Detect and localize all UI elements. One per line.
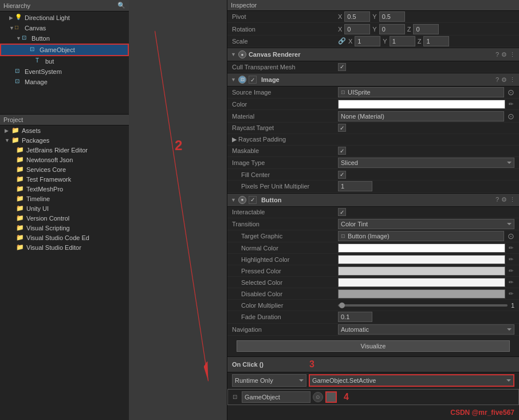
normal-color-swatch[interactable] (338, 244, 505, 253)
button-section-icon: ● (238, 196, 246, 204)
disabled-color-edit[interactable]: ✏ (508, 291, 514, 297)
source-image-icon: ⊡ (341, 89, 345, 95)
normal-color-edit[interactable]: ✏ (508, 245, 514, 251)
inspector-panel: Inspector Pivot X Y Rotation X Y Z Scale… (227, 0, 519, 420)
pivot-y-label: Y (372, 13, 376, 20)
more-icon[interactable]: ⋮ (509, 76, 516, 84)
material-value: None (Material) (341, 113, 384, 120)
expand-arrow: ▶ (5, 128, 11, 134)
hierarchy-item-gameobject[interactable]: ⊡ GameObject (0, 44, 129, 56)
fade-duration-input[interactable] (338, 312, 372, 322)
interactable-checkbox[interactable] (338, 208, 346, 216)
more-icon[interactable]: ⋮ (509, 51, 516, 58)
go-circle-button[interactable]: ⊙ (313, 392, 323, 402)
maskable-checkbox[interactable] (338, 147, 346, 155)
color-multiplier-slider[interactable] (338, 304, 508, 307)
selected-color-edit[interactable]: ✏ (508, 279, 514, 285)
pressed-color-swatch[interactable] (338, 266, 505, 276)
project-item-packages[interactable]: ▼ 📁 Packages (0, 135, 129, 145)
settings-icon[interactable]: ⚙ (501, 76, 507, 84)
annotation-number-4: 4 (344, 392, 349, 402)
project-item-unity-ui[interactable]: 📁 Unity UI (0, 203, 129, 213)
scale-z-input[interactable] (423, 36, 449, 46)
highlighted-color-edit[interactable]: ✏ (508, 256, 514, 262)
selected-color-label: Selected Color (232, 279, 338, 286)
settings-icon[interactable]: ⚙ (501, 51, 507, 58)
hierarchy-item-but[interactable]: T but (0, 56, 129, 66)
go-object-field[interactable]: GameObject (242, 391, 310, 403)
disabled-color-swatch[interactable] (338, 289, 505, 299)
help-icon[interactable]: ? (496, 51, 499, 58)
project-item-vscode[interactable]: 📁 Visual Studio Code Ed (0, 233, 129, 242)
rotation-x-input[interactable] (344, 24, 370, 34)
folder-icon: 📁 (16, 185, 24, 193)
function-dropdown[interactable]: GameObject.SetActive (309, 374, 514, 387)
material-field[interactable]: None (Material) (338, 111, 504, 121)
project-item-textmeshpro[interactable]: 📁 TextMeshPro (0, 184, 129, 194)
image-type-dropdown[interactable]: Sliced (338, 158, 514, 168)
pivot-x-input[interactable] (344, 11, 370, 22)
hierarchy-item-canvas[interactable]: ▼ □ Canvas (0, 23, 129, 33)
scale-x-input[interactable] (355, 36, 380, 46)
navigation-dropdown[interactable]: Automatic (338, 324, 514, 335)
pixels-per-unit-input[interactable] (338, 181, 372, 191)
manage-icon: ⊡ (15, 78, 23, 86)
help-icon[interactable]: ? (496, 196, 499, 203)
project-item-visual-scripting[interactable]: 📁 Visual Scripting (0, 223, 129, 233)
section-toggle[interactable]: ▼ (231, 52, 236, 57)
project-item-vs-editor[interactable]: 📁 Visual Studio Editor (0, 242, 129, 252)
expand-arrow: ▶ (9, 15, 15, 21)
project-item-jetbrains[interactable]: 📁 JetBrains Rider Editor (0, 145, 129, 155)
pivot-y-input[interactable] (379, 11, 405, 22)
hierarchy-item-button[interactable]: ▼ ⊡ Button (0, 33, 129, 44)
watermark-text: CSDN @mr_five567 (450, 409, 514, 417)
hierarchy-item-manage[interactable]: ⊡ Manage (0, 77, 129, 87)
color-edit-icon[interactable]: ✏ (508, 101, 514, 107)
visualize-button[interactable]: Visualize (237, 340, 510, 352)
navigation-label: Navigation (232, 326, 338, 333)
pixels-per-unit-row: Pixels Per Unit Multiplier (227, 180, 519, 193)
help-icon[interactable]: ? (496, 76, 499, 84)
raycast-target-checkbox[interactable] (338, 124, 346, 132)
section-toggle[interactable]: ▼ (231, 77, 236, 83)
scale-y-input[interactable] (390, 36, 415, 46)
source-image-pick-btn[interactable]: ⊙ (508, 88, 514, 97)
target-graphic-pick-btn[interactable]: ⊙ (508, 231, 514, 241)
rotation-y-input[interactable] (379, 24, 405, 34)
button-enable-checkbox[interactable] (249, 196, 257, 204)
target-graphic-field[interactable]: ⊡ Button (Image) (338, 231, 504, 241)
section-toggle[interactable]: ▼ (231, 197, 236, 203)
project-item-label: Services Core (26, 166, 66, 173)
project-item-assets[interactable]: ▶ 📁 Assets (0, 125, 129, 135)
project-item-label: Test Framework (26, 176, 71, 183)
hierarchy-item-eventsystem[interactable]: ⊡ EventSystem (0, 66, 129, 77)
inspector-title: Inspector (231, 2, 257, 9)
fill-center-row: Fill Center (227, 169, 519, 180)
more-icon[interactable]: ⋮ (509, 196, 516, 203)
hierarchy-item-directional-light[interactable]: ▶ 💡 Directional Light (0, 13, 129, 23)
hierarchy-item-label: Directional Light (25, 14, 70, 21)
pressed-color-edit[interactable]: ✏ (508, 268, 514, 274)
project-item-test-framework[interactable]: 📁 Test Framework (0, 174, 129, 184)
source-image-field[interactable]: ⊡ UISprite (338, 87, 504, 97)
image-enable-checkbox[interactable] (249, 76, 257, 84)
transition-dropdown[interactable]: Color Tint (338, 219, 514, 229)
go-bool-field[interactable] (325, 391, 337, 403)
rotation-z-input[interactable] (413, 24, 439, 34)
expand-arrow: ▼ (9, 25, 15, 31)
project-item-version-control[interactable]: 📁 Version Control (0, 213, 129, 223)
project-item-services-core[interactable]: 📁 Services Core (0, 164, 129, 174)
material-pick-btn[interactable]: ⊙ (508, 112, 514, 121)
fill-center-checkbox[interactable] (338, 171, 346, 179)
project-item-timeline[interactable]: 📁 Timeline (0, 194, 129, 203)
color-swatch[interactable] (338, 100, 505, 109)
runtime-dropdown[interactable]: Runtime Only (232, 374, 306, 387)
hierarchy-search-icon[interactable]: 🔍 (117, 2, 125, 9)
highlighted-color-row: Highlighted Color ✏ (227, 254, 519, 265)
highlighted-color-swatch[interactable] (338, 255, 505, 264)
canvas-renderer-section: ▼ ● Canvas Renderer ? ⚙ ⋮ (227, 48, 519, 61)
selected-color-swatch[interactable] (338, 278, 505, 287)
cull-transparent-checkbox[interactable] (338, 63, 346, 71)
settings-icon[interactable]: ⚙ (501, 196, 507, 203)
project-item-newtonsoft[interactable]: 📁 Newtonsoft Json (0, 155, 129, 164)
